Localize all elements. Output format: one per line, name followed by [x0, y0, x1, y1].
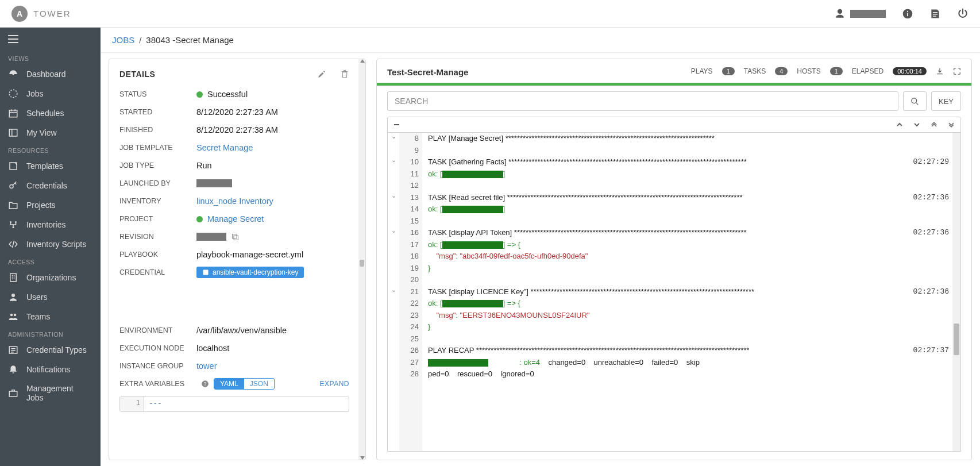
- output-panel: Test-Secret-Manage PLAYS1 TASKS4 HOSTS1 …: [376, 59, 972, 460]
- sidebar-item-dashboard[interactable]: Dashboard: [0, 64, 101, 84]
- sidebar-item-organizations[interactable]: Organizations: [0, 268, 101, 287]
- expand-button[interactable]: EXPAND: [320, 380, 349, 388]
- teams-icon: [8, 311, 18, 322]
- search-button[interactable]: [903, 91, 927, 111]
- sidebar-item-users[interactable]: Users: [0, 287, 101, 307]
- delete-icon[interactable]: [340, 70, 349, 79]
- download-icon[interactable]: [936, 67, 944, 75]
- dashboard-icon: [8, 69, 18, 79]
- svg-point-14: [10, 314, 13, 317]
- sidebar-item-notifications[interactable]: Notifications: [0, 360, 101, 379]
- jobs-icon: [8, 88, 18, 99]
- tasks-count: 4: [775, 67, 788, 75]
- management-jobs-icon: [8, 388, 18, 398]
- svg-rect-12: [10, 274, 17, 282]
- credentials-icon: [8, 180, 18, 191]
- user-icon: [834, 8, 846, 20]
- project-link[interactable]: Manage Secret: [196, 214, 264, 224]
- user-menu[interactable]: [834, 8, 886, 20]
- progress-bar: [377, 83, 971, 86]
- search-input[interactable]: SEARCH: [387, 91, 898, 111]
- sidebar-item-jobs[interactable]: Jobs: [0, 84, 101, 103]
- projects-icon: [8, 200, 18, 210]
- sidebar-toggle[interactable]: [0, 28, 101, 51]
- logo[interactable]: A TOWER: [11, 6, 71, 22]
- elapsed-time: 00:00:14: [893, 67, 927, 75]
- logo-icon: A: [11, 6, 28, 22]
- svg-point-4: [9, 90, 17, 98]
- credential-pill[interactable]: ansible-vault-decryption-key: [196, 267, 304, 278]
- inventory-scripts-icon: [8, 239, 18, 249]
- svg-point-2: [907, 10, 908, 11]
- job-template-link[interactable]: Secret Manage: [196, 143, 253, 152]
- svg-rect-17: [9, 391, 17, 396]
- sidebar-item-inventories[interactable]: Inventories: [0, 215, 101, 234]
- username-redacted: [850, 10, 886, 18]
- sidebar-item-schedules[interactable]: Schedules: [0, 103, 101, 123]
- output-stats: PLAYS1 TASKS4 HOSTS1 ELAPSED00:00:14: [691, 67, 961, 75]
- sidebar-section: VIEWS: [0, 51, 101, 64]
- svg-rect-1: [907, 13, 908, 16]
- console-scrollbar[interactable]: [952, 133, 960, 451]
- breadcrumb: JOBS / 38043 -Secret Manage: [101, 28, 980, 53]
- docs-icon[interactable]: [929, 8, 941, 20]
- inventories-icon: [8, 219, 18, 230]
- help-icon[interactable]: ?: [201, 380, 209, 388]
- environment-value: /var/lib/awx/venv/ansible: [196, 326, 287, 335]
- details-scrollbar[interactable]: [358, 59, 365, 460]
- schedules-icon: [8, 108, 18, 118]
- instance-group-link[interactable]: tower: [196, 361, 217, 371]
- svg-point-23: [912, 98, 917, 103]
- svg-rect-5: [9, 110, 17, 117]
- key-button[interactable]: KEY: [931, 91, 961, 111]
- plays-count: 1: [722, 67, 735, 75]
- sidebar-item-teams[interactable]: Teams: [0, 307, 101, 326]
- breadcrumb-jobs[interactable]: JOBS: [112, 35, 134, 45]
- svg-point-9: [10, 221, 11, 223]
- sidebar-section: ACCESS: [0, 254, 101, 268]
- status-value: Successful: [196, 90, 248, 99]
- info-icon[interactable]: [902, 8, 913, 20]
- svg-point-8: [10, 185, 13, 188]
- sidebar-item-credential-types[interactable]: Credential Types: [0, 340, 101, 360]
- sidebar-item-inventory-scripts[interactable]: Inventory Scripts: [0, 234, 101, 254]
- chevron-down-icon[interactable]: [913, 121, 920, 128]
- chevron-up-icon[interactable]: [896, 121, 903, 128]
- console-output[interactable]: ⌄⌄⌄⌄⌄ 8910111213141516171819202122232425…: [387, 133, 961, 452]
- organizations-icon: [8, 272, 18, 283]
- topbar: A TOWER: [0, 0, 980, 28]
- format-toggle[interactable]: YAMLJSON: [214, 378, 275, 390]
- output-title: Test-Secret-Manage: [387, 67, 468, 77]
- extra-vars-editor[interactable]: 1 ---: [119, 396, 349, 412]
- inventory-link[interactable]: linux_node Inventory: [196, 197, 273, 206]
- sidebar-section: ADMINISTRATION: [0, 326, 101, 340]
- started-value: 8/12/2020 2:27:23 AM: [196, 107, 278, 117]
- launched-by-value: [196, 179, 232, 187]
- sidebar-item-my-view[interactable]: My View: [0, 123, 101, 143]
- brand-text: TOWER: [33, 9, 71, 18]
- sidebar-item-credentials[interactable]: Credentials: [0, 176, 101, 195]
- sidebar-item-management-jobs[interactable]: Management Jobs: [0, 379, 101, 407]
- sidebar: VIEWSDashboardJobsSchedulesMy ViewRESOUR…: [0, 28, 101, 466]
- credential-types-icon: [8, 345, 18, 355]
- sidebar-item-templates[interactable]: Templates: [0, 156, 101, 176]
- search-icon: [910, 97, 919, 106]
- hamburger-icon: [8, 35, 18, 43]
- collapse-all-button[interactable]: −: [393, 119, 400, 131]
- breadcrumb-current: 38043 -Secret Manage: [146, 35, 234, 45]
- output-toolbar: −: [387, 117, 961, 133]
- sidebar-item-projects[interactable]: Projects: [0, 195, 101, 215]
- scroll-top-icon[interactable]: [931, 121, 937, 128]
- power-icon[interactable]: [957, 8, 969, 20]
- svg-point-10: [15, 221, 17, 223]
- playbook-value: playbook-manage-secret.yml: [196, 250, 303, 259]
- svg-point-3: [13, 74, 14, 75]
- scroll-bottom-icon[interactable]: [948, 121, 955, 128]
- relaunch-icon[interactable]: [317, 70, 326, 79]
- svg-rect-19: [233, 234, 237, 238]
- svg-point-13: [11, 294, 15, 297]
- svg-text:?: ?: [204, 382, 207, 387]
- svg-rect-18: [234, 236, 238, 240]
- copy-icon[interactable]: [231, 233, 240, 241]
- expand-icon[interactable]: [953, 67, 961, 75]
